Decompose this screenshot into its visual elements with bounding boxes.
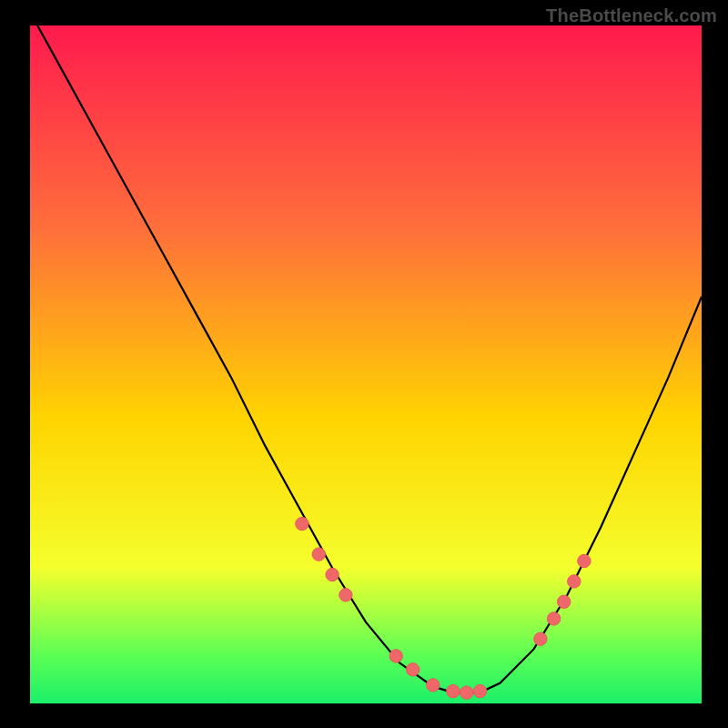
marker-dot (578, 554, 591, 567)
marker-dot (473, 684, 486, 697)
bottleneck-chart (0, 0, 728, 728)
plot-background (30, 25, 702, 703)
watermark-text: TheBottleneck.com (546, 5, 717, 26)
marker-dot (558, 595, 571, 608)
marker-dot (296, 517, 308, 530)
marker-dot (547, 612, 560, 625)
marker-dot (326, 568, 339, 581)
marker-dot (460, 686, 473, 699)
marker-dot (568, 575, 581, 588)
marker-dot (447, 684, 460, 697)
marker-dot (407, 663, 420, 676)
marker-dot (339, 589, 352, 602)
marker-dot (389, 650, 402, 662)
chart-frame: TheBottleneck.com (0, 0, 728, 728)
marker-dot (312, 548, 325, 561)
marker-dot (427, 679, 440, 692)
marker-dot (534, 632, 547, 645)
